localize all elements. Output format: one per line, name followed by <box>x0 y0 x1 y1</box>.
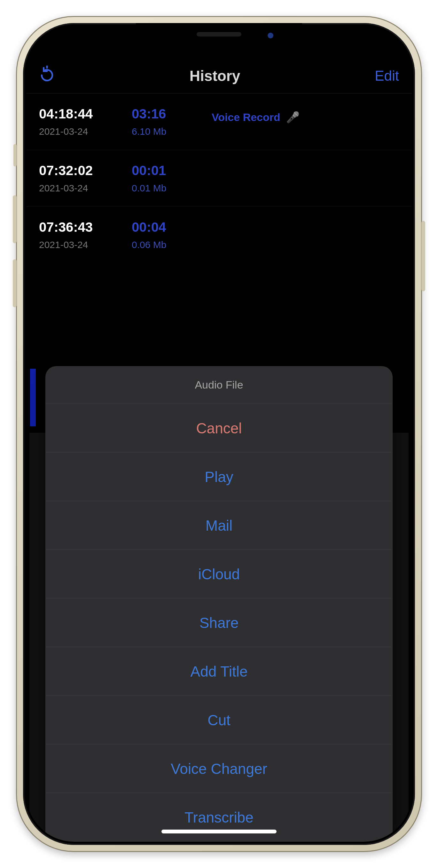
mute-switch[interactable] <box>13 144 16 166</box>
edit-button[interactable]: Edit <box>375 68 399 84</box>
sheet-title: Audio File <box>45 366 393 404</box>
row-size: 0.06 Mb <box>132 239 193 250</box>
row-date: 2021-03-24 <box>39 183 112 194</box>
row-duration: 03:16 <box>132 106 193 122</box>
sheet-item-share[interactable]: Share <box>45 598 393 647</box>
volume-down-button[interactable] <box>13 259 16 307</box>
action-sheet: Audio File Cancel Play Mail iCloud Share… <box>45 366 393 842</box>
notch <box>136 23 302 48</box>
sensor-dot <box>268 33 273 38</box>
row-size: 6.10 Mb <box>132 126 193 137</box>
sheet-item-transcribe[interactable]: Transcribe <box>45 793 393 842</box>
sheet-item-mail[interactable]: Mail <box>45 501 393 550</box>
row-time: 04:18:44 <box>39 106 112 122</box>
sheet-item-cut[interactable]: Cut <box>45 696 393 744</box>
recording-row[interactable]: 04:18:44 2021-03-24 03:16 6.10 Mb Voice … <box>26 93 412 150</box>
volume-up-button[interactable] <box>13 195 16 243</box>
power-button[interactable] <box>422 221 425 291</box>
row-date: 2021-03-24 <box>39 239 112 250</box>
refresh-button[interactable] <box>39 66 55 86</box>
home-indicator[interactable] <box>162 830 276 833</box>
nav-bar: History Edit <box>26 58 412 93</box>
sheet-cancel-button[interactable]: Cancel <box>45 404 393 453</box>
microphone-icon: 🎤 <box>286 111 300 124</box>
sheet-item-voice-changer[interactable]: Voice Changer <box>45 744 393 793</box>
row-size: 0.01 Mb <box>132 183 193 194</box>
row-time: 07:32:02 <box>39 163 112 178</box>
device-frame: History Edit 04:18:44 2021-03-24 03:16 6… <box>16 16 422 852</box>
page-title: History <box>190 67 240 85</box>
sheet-item-add-title[interactable]: Add Title <box>45 647 393 696</box>
row-date: 2021-03-24 <box>39 126 112 137</box>
recording-row[interactable]: 07:36:43 2021-03-24 00:04 0.06 Mb <box>26 207 412 263</box>
row-duration: 00:04 <box>132 220 193 235</box>
speaker-grille <box>197 32 241 36</box>
row-time: 07:36:43 <box>39 220 112 235</box>
recording-row[interactable]: 07:32:02 2021-03-24 00:01 0.01 Mb <box>26 150 412 207</box>
sheet-item-play[interactable]: Play <box>45 453 393 501</box>
row-title: Voice Record <box>212 111 280 124</box>
row-duration: 00:01 <box>132 163 193 178</box>
selection-indicator <box>30 369 36 426</box>
sheet-item-icloud[interactable]: iCloud <box>45 550 393 598</box>
